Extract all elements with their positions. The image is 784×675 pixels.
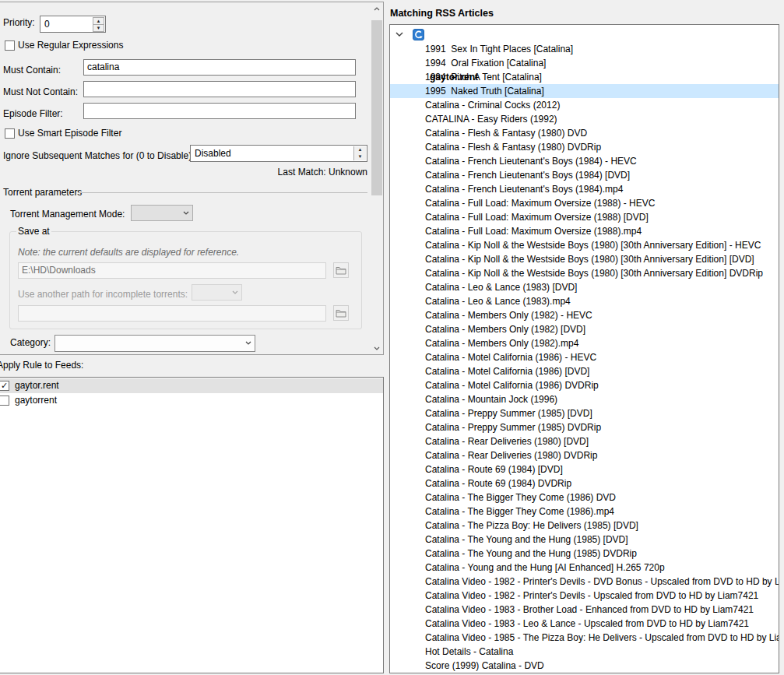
feed-checkbox[interactable] <box>0 396 9 406</box>
chevron-down-icon <box>245 341 251 346</box>
rss-article-row[interactable]: Catalina - Members Only (1982) [DVD] <box>390 322 779 336</box>
rss-article-row[interactable]: Catalina - Kip Noll & the Westside Boys … <box>390 252 779 266</box>
rss-article-row[interactable]: Catalina - Motel California (1986) [DVD] <box>390 364 779 378</box>
ignore-matches-spinner[interactable]: Disabled ▲ ▼ <box>190 145 367 162</box>
scrollbar-thumb[interactable] <box>371 20 382 195</box>
folder-icon <box>336 308 346 318</box>
scroll-down-icon[interactable] <box>371 342 383 354</box>
tmm-combo[interactable]: Default <box>131 205 193 221</box>
save-at-note: Note: the current defaults are displayed… <box>18 247 239 258</box>
episode-filter-label: Episode Filter: <box>3 108 63 120</box>
group-title-line <box>79 192 367 193</box>
smart-episode-filter-checkbox[interactable] <box>5 128 15 139</box>
chevron-down-icon[interactable] <box>396 32 403 37</box>
rss-article-row[interactable]: Catalina - Route 69 (1984) DVDRip <box>390 476 779 490</box>
smart-episode-filter-label: Use Smart Episode Filter <box>18 128 121 139</box>
tree-feed-row[interactable]: gaytor.rent <box>390 28 779 42</box>
rss-article-row[interactable]: Catalina - Members Only (1982).mp4 <box>390 336 779 350</box>
must-not-contain-label: Must Not Contain: <box>3 86 78 98</box>
torrent-parameters-group-title: Torrent parameters <box>3 187 82 199</box>
rss-article-row[interactable]: Catalina - Leo & Lance (1983) [DVD] <box>390 280 779 294</box>
feed-name: gaytorrent <box>15 393 57 408</box>
incomplete-path-input[interactable] <box>18 305 326 322</box>
feed-checkbox-checked[interactable]: ✓ <box>0 381 9 391</box>
rss-article-row[interactable]: Catalina - The Pizza Boy: He Delivers (1… <box>390 519 779 533</box>
rss-article-row[interactable]: Catalina - The Young and the Hung (1985)… <box>390 547 779 561</box>
must-contain-input[interactable]: catalina <box>83 59 356 76</box>
rss-article-row[interactable]: Catalina - French Lieutenant's Boys (198… <box>390 168 779 182</box>
rule-definition-panel: Priority: 0 ▲ ▼ Use Regular Expressions … <box>0 2 384 355</box>
spin-down-icon[interactable]: ▼ <box>354 153 366 160</box>
rss-article-row[interactable]: 1994 Oral Fixation [Catalina] <box>390 56 779 70</box>
rss-article-row[interactable]: Catalina - Flesh & Fantasy (1980) DVDRip <box>390 140 779 154</box>
feed-row[interactable]: ✓gaytor.rent <box>0 378 383 393</box>
rss-article-row[interactable]: Catalina - Criminal Cocks (2012) <box>390 98 779 112</box>
rss-article-row[interactable]: Catalina - French Lieutenant's Boys (198… <box>390 182 779 196</box>
rss-article-row[interactable]: 1991 Sex In Tight Places [Catalina] <box>390 42 779 56</box>
browse-incomplete-path-button[interactable] <box>333 305 349 321</box>
must-not-contain-input[interactable] <box>83 81 356 97</box>
rss-article-row[interactable]: Catalina - Young and the Hung [AI Enhanc… <box>390 561 779 575</box>
rss-article-row[interactable]: Catalina - The Bigger They Come (1986).m… <box>390 504 779 519</box>
rss-article-row[interactable]: Catalina - French Lieutenant's Boys (198… <box>390 154 779 168</box>
rss-article-row[interactable]: Catalina - Preppy Summer (1985) [DVD] <box>390 406 779 420</box>
rss-article-row[interactable]: Catalina - Kip Noll & the Westside Boys … <box>390 238 779 252</box>
rss-article-row[interactable]: Catalina - Full Load: Maximum Oversize (… <box>390 224 779 238</box>
save-path-input[interactable]: E:\HD\Downloads <box>18 262 326 279</box>
category-label: Category: <box>10 337 51 349</box>
matching-articles-tree[interactable]: gaytor.rent 1991 Sex In Tight Places [Ca… <box>389 24 779 673</box>
browse-save-path-button[interactable] <box>333 262 349 278</box>
use-regex-label: Use Regular Expressions <box>18 40 123 51</box>
priority-spinner[interactable]: 0 ▲ ▼ <box>40 16 106 33</box>
scroll-up-icon[interactable] <box>371 2 383 15</box>
episode-filter-input[interactable] <box>83 103 356 119</box>
rss-article-row[interactable]: Catalina Video - 1983 - Brother Load - E… <box>390 603 779 617</box>
rss-article-row[interactable]: CATALINA - Easy Riders (1992) <box>390 112 779 126</box>
folder-icon <box>336 265 346 275</box>
rss-article-row[interactable]: Catalina Video - 1982 - Printer's Devils… <box>390 575 779 589</box>
tmm-label: Torrent Management Mode: <box>10 209 125 220</box>
rss-article-row[interactable]: Score (1999) Catalina - DVD <box>390 659 779 673</box>
rss-feed-icon <box>413 29 424 40</box>
rss-article-row[interactable]: Catalina - Kip Noll & the Westside Boys … <box>390 266 779 280</box>
save-at-group-title: Save at <box>16 226 51 237</box>
rss-article-row[interactable]: Catalina - Leo & Lance (1983).mp4 <box>390 294 779 308</box>
rss-article-row[interactable]: Catalina - Mountain Jock (1996) <box>390 392 779 406</box>
rss-article-row[interactable]: Catalina - Motel California (1986) DVDRi… <box>390 378 779 392</box>
feed-name: gaytor.rent <box>15 378 59 393</box>
rss-article-row[interactable]: Catalina - Motel California (1986) - HEV… <box>390 350 779 364</box>
rss-article-row[interactable]: Catalina Video - 1983 - Leo & Lance - Up… <box>390 617 779 631</box>
feeds-list[interactable]: ✓gaytor.rentgaytorrent <box>0 377 384 673</box>
rss-article-row[interactable]: Catalina - Full Load: Maximum Oversize (… <box>390 196 779 210</box>
article-rows: 1991 Sex In Tight Places [Catalina]1994 … <box>390 42 779 673</box>
chevron-down-icon <box>183 211 189 216</box>
tree-feed-name: gaytor.rent <box>430 70 478 84</box>
form-scrollbar[interactable] <box>371 2 383 354</box>
category-combo[interactable] <box>54 335 255 352</box>
chevron-down-icon <box>232 290 238 295</box>
rss-article-row[interactable]: Catalina - Full Load: Maximum Oversize (… <box>390 210 779 224</box>
rss-article-row[interactable]: Catalina - Members Only (1982) - HEVC <box>390 308 779 322</box>
rss-article-row[interactable]: Catalina - Rear Deliveries (1980) DVDRip <box>390 448 779 462</box>
use-regex-checkbox[interactable] <box>5 40 15 51</box>
apply-rule-to-feeds-label: Apply Rule to Feeds: <box>0 360 83 371</box>
spin-down-icon[interactable]: ▼ <box>93 24 104 32</box>
incomplete-path-combo: Default <box>192 284 242 301</box>
rss-article-row[interactable]: Catalina - Route 69 (1984) [DVD] <box>390 462 779 476</box>
ignore-matches-label: Ignore Subsequent Matches for (0 to Disa… <box>3 150 192 162</box>
matching-rss-articles-title: Matching RSS Articles <box>390 8 494 19</box>
rss-article-row[interactable]: Catalina Video - 1985 - The Pizza Boy: H… <box>390 631 779 645</box>
last-match-label: Last Match: Unknown <box>278 167 367 178</box>
rss-article-row[interactable]: 1995 Naked Truth [Catalina] <box>390 84 779 98</box>
rss-article-row[interactable]: Catalina - Preppy Summer (1985) DVDRip <box>390 420 779 434</box>
ignore-matches-value: Disabled <box>195 146 231 161</box>
spin-up-icon[interactable]: ▲ <box>354 146 366 153</box>
must-contain-label: Must Contain: <box>3 65 61 76</box>
rss-article-row[interactable]: Catalina - Rear Deliveries (1980) [DVD] <box>390 434 779 448</box>
rss-article-row[interactable]: Catalina - Flesh & Fantasy (1980) DVD <box>390 126 779 140</box>
rss-article-row[interactable]: Hot Details - Catalina <box>390 645 779 659</box>
rss-article-row[interactable]: Catalina - The Young and the Hung (1985)… <box>390 533 779 547</box>
feed-row[interactable]: gaytorrent <box>0 393 383 408</box>
rss-article-row[interactable]: Catalina Video - 1982 - Printer's Devils… <box>390 589 779 603</box>
rss-article-row[interactable]: Catalina - The Bigger They Come (1986) D… <box>390 490 779 504</box>
